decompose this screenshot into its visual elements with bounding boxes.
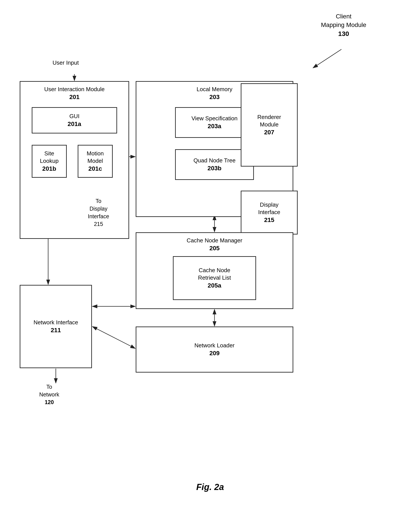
display-interface-label: Display Interface <box>258 201 280 216</box>
local-memory-num: 203 <box>209 93 220 101</box>
site-lookup-num: 201b <box>42 165 56 173</box>
motion-model-num: 201c <box>88 165 102 173</box>
client-mapping-label: Client Mapping Module 130 <box>315 12 372 38</box>
network-loader-label: Network Loader <box>194 342 235 349</box>
figure-caption: Fig. 2a <box>166 482 254 492</box>
gui-box: GUI 201a <box>32 107 117 133</box>
renderer-num: 207 <box>264 128 274 136</box>
quad-node-label: Quad Node Tree <box>194 157 235 164</box>
user-interaction-num: 201 <box>69 93 80 101</box>
network-interface-num: 211 <box>51 326 61 334</box>
svg-line-2 <box>313 49 342 68</box>
gui-label: GUI <box>69 113 79 120</box>
renderer-box: Renderer Module 207 <box>241 83 298 166</box>
gui-num: 201a <box>68 120 81 128</box>
view-spec-num: 203a <box>208 122 221 130</box>
network-interface-box: Network Interface 211 <box>20 285 92 368</box>
display-interface-box: Display Interface 215 <box>241 191 298 234</box>
motion-model-label: Motion Model <box>87 150 104 165</box>
cache-node-mgr-num: 205 <box>209 244 220 252</box>
cache-node-mgr-box: Cache Node Manager 205 Cache Node Retrie… <box>136 232 293 309</box>
network-loader-num: 209 <box>209 349 220 357</box>
site-lookup-box: Site Lookup 201b <box>32 145 67 178</box>
cache-node-retrieval-num: 205a <box>208 282 221 289</box>
cache-node-mgr-label: Cache Node Manager <box>187 237 242 244</box>
network-loader-box: Network Loader 209 <box>136 326 293 373</box>
user-input-label: User Input <box>44 59 88 67</box>
cache-node-retrieval-box: Cache Node Retrieval List 205a <box>173 256 256 300</box>
site-lookup-label: Site Lookup <box>40 150 58 165</box>
renderer-label: Renderer Module <box>257 113 281 128</box>
to-display-interface-label: To Display Interface 215 <box>81 197 116 228</box>
network-interface-label: Network Interface <box>33 319 78 326</box>
display-interface-num: 215 <box>264 216 274 224</box>
to-network-label: To Network 120 <box>32 383 67 406</box>
diagram-container: Client Mapping Module 130 User Input Use… <box>0 0 420 506</box>
svg-line-8 <box>92 326 135 348</box>
quad-node-num: 203b <box>207 164 221 172</box>
local-memory-label: Local Memory <box>197 86 232 93</box>
view-spec-label: View Specification <box>192 115 238 122</box>
motion-model-box: Motion Model 201c <box>78 145 113 178</box>
cache-node-retrieval-label: Cache Node Retrieval List <box>198 267 231 282</box>
user-interaction-label: User Interaction Module <box>44 86 105 93</box>
